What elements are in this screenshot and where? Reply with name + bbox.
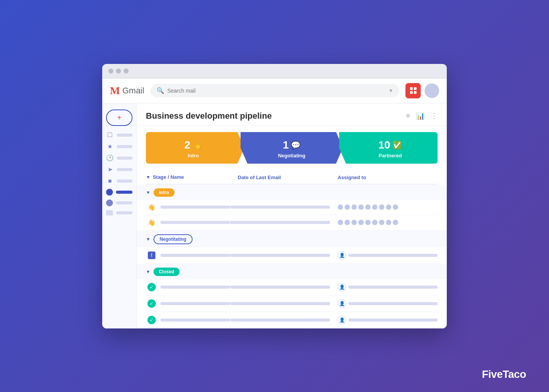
minimize-dot[interactable] [116,69,121,74]
date-col [230,302,338,305]
browser-window: M Gmail 🔍 ▼ + [102,64,447,328]
stage-partnered-label: Partnered [379,153,402,158]
badge-closed[interactable]: Closed [154,268,180,276]
dot-avatar [358,204,364,210]
date-line [230,318,330,322]
active-circle-icon [106,189,113,196]
stage-negotiating-top: 1 💬 [283,139,301,151]
sidebar-item-snoozed[interactable]: 🕐 [106,154,132,162]
assigned-line [348,254,438,257]
hand-wave-icon: 👋 [148,219,155,226]
sidebar-item-drafts[interactable]: ■ [106,177,132,185]
sidebar-label-line [116,211,132,214]
dot-avatar [351,204,357,210]
sidebar-label-line [117,134,132,137]
sidebar-item-more[interactable] [106,210,132,216]
sidebar: + ☐ ★ 🕐 ➤ [102,103,137,328]
stage-partnered-count: 10 [378,139,390,151]
row-icon-col: 👋 [146,204,157,211]
stage-intro[interactable]: 2 👋 Intro [146,132,244,164]
page-title: Business development pipeline [146,111,272,121]
apps-grid-button[interactable] [405,83,421,98]
name-col [157,286,230,289]
sidebar-item-active[interactable] [106,189,132,196]
search-dropdown-icon[interactable]: ▼ [389,88,393,93]
name-col [157,254,230,257]
fivetaco-branding: FiveTaco [482,368,526,381]
filter-icon[interactable]: ≡ [406,112,410,120]
stage-partnered-top: 10 ✅ [378,139,402,151]
date-col [230,318,338,322]
row-icon-col: ✓ [146,316,157,324]
dot-avatar [379,220,384,225]
table-header: ▼ Stage / Name Date of Last Email Assign… [146,170,438,185]
dot-avatar [345,220,350,225]
sidebar-item-inbox[interactable]: ☐ [106,131,132,139]
col-assigned-header: Assigned to [338,174,438,181]
name-line [160,254,230,257]
panel-header: Business development pipeline ≡ 📊 ⋮ [137,103,447,126]
name-line [160,286,230,289]
dot-avatars [338,204,398,210]
search-input[interactable] [167,88,386,94]
maximize-dot[interactable] [124,69,129,74]
date-line [230,206,330,209]
content-panel: Business development pipeline ≡ 📊 ⋮ 2 👋 … [137,103,447,328]
date-col [230,221,338,224]
badge-intro[interactable]: Intro [154,188,175,197]
name-line [160,206,230,209]
sidebar-item-starred[interactable]: ★ [106,143,132,150]
gmail-title: Gmail [122,86,144,96]
col-stage-header: Stage / Name [153,174,184,180]
sidebar-item-sent[interactable]: ➤ [106,166,132,173]
dot-avatar [386,204,391,210]
group-chevron-closed[interactable]: ▼ [146,269,150,274]
close-dot[interactable] [108,69,113,74]
assigned-line [348,286,438,289]
stage-negotiating[interactable]: 1 💬 Negotiating [240,132,343,164]
grid-icon [410,87,417,94]
dot-avatar [338,204,343,210]
row-icon-col: 👋 [146,219,157,226]
more-options-icon[interactable]: ⋮ [431,112,438,120]
gmail-m-icon: M [110,85,120,97]
sidebar-item-other[interactable] [106,199,132,206]
search-bar[interactable]: 🔍 ▼ [150,84,399,97]
table-row: ✓ 👤 [146,312,438,328]
compose-button[interactable]: + [106,109,132,126]
sort-icon[interactable]: ▼ [146,175,150,180]
stage-negotiating-icon: 💬 [291,140,301,150]
table-row: ✓ 👤 [146,296,438,312]
check-circle-icon: ✓ [147,316,156,324]
badge-negotiating[interactable]: Negotitating [154,234,193,244]
stage-intro-count: 2 [184,139,190,151]
table-row: 👋 [146,200,438,215]
window-controls [108,69,129,74]
sidebar-label-line [117,168,132,171]
star-icon: ★ [106,143,114,150]
dot-avatar [338,220,343,225]
dot-avatar [372,220,377,225]
person-icon: 👤 [338,251,346,260]
stage-negotiating-count: 1 [283,139,289,151]
group-chevron-intro[interactable]: ▼ [146,190,150,195]
dot-avatars [338,220,398,225]
gmail-header: M Gmail 🔍 ▼ [102,78,447,103]
group-row-closed: ▼ Closed [137,264,447,279]
compose-plus-icon: + [117,113,122,122]
dot-avatar [365,204,371,210]
sidebar-label-line [117,180,132,183]
avatar[interactable] [425,83,439,98]
name-col [157,221,230,224]
person-icon: 👤 [338,299,346,308]
col-date-header: Date of Last Email [238,174,338,181]
chart-icon[interactable]: 📊 [416,112,425,120]
stage-intro-content: 2 👋 Intro [153,137,234,158]
date-col [230,286,338,289]
header-icons [405,83,439,98]
stage-partnered-icon: ✅ [392,140,402,150]
col-stage-name: ▼ Stage / Name [146,174,238,181]
group-chevron-negotiating[interactable]: ▼ [146,237,150,242]
name-line [160,318,230,322]
stage-partnered[interactable]: 10 ✅ Partnered [339,132,438,164]
